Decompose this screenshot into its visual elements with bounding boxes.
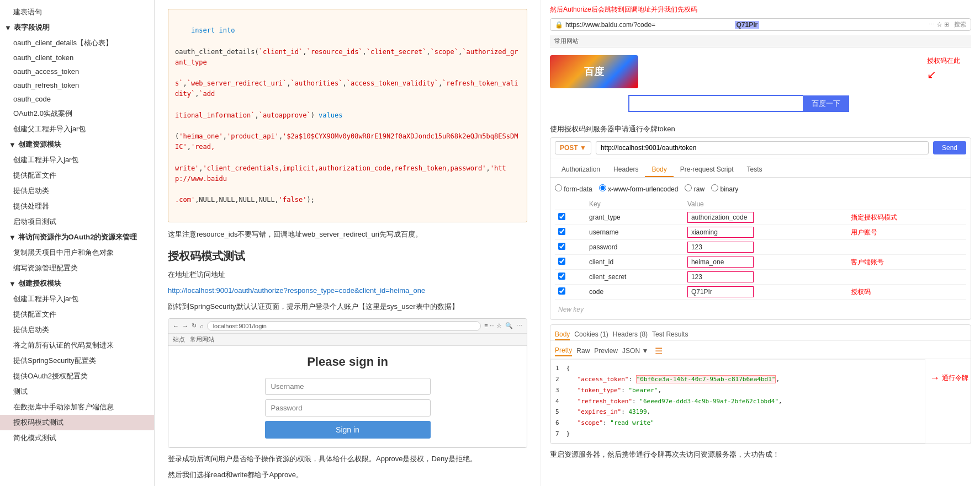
resp-tab-test-results[interactable]: Test Results: [652, 329, 688, 340]
sidebar: 建表语句 ▼ 表字段说明 oauth_client_details【核心表】 o…: [0, 0, 155, 486]
urlencoded-option[interactable]: x-www-form-urlencoded: [599, 184, 679, 193]
sidebar-group-ziyuan[interactable]: ▼ 创建资源模块: [0, 137, 154, 152]
username-input[interactable]: [265, 378, 431, 395]
sidebar-item-oauth-code[interactable]: oauth_code: [0, 92, 154, 106]
body-type-row: form-data x-www-form-urlencoded raw bina…: [550, 182, 971, 195]
format-icon: ☰: [655, 346, 663, 356]
signin-box: Please sign in Sign in: [265, 355, 431, 439]
home-icon: ⌂: [200, 323, 204, 329]
password-input[interactable]: [265, 399, 431, 416]
postman-url-input[interactable]: [596, 141, 929, 154]
tab-headers[interactable]: Headers: [607, 163, 645, 177]
sidebar-item-shouquan-moshi-ceshi[interactable]: 授权码模式测试: [0, 415, 154, 430]
http-method[interactable]: POST ▼: [555, 141, 591, 154]
table-row: username xiaoming 用户账号: [555, 225, 966, 240]
row-checkbox[interactable]: [558, 258, 565, 265]
sidebar-item-tigong-oauth2[interactable]: 提供OAuth2授权配置类: [0, 368, 154, 384]
login-browser-content: Please sign in Sign in: [168, 346, 527, 447]
sidebar-item-shouquan-jar[interactable]: 创建工程并导入jar包: [0, 291, 154, 307]
json-response-area: 1 { 2 "access_token": "0bf6ce3a-146f-40c…: [550, 359, 971, 444]
json-line-4: 4 "refresh_token": "6eeed97e-ddd3-4c9b-9…: [555, 396, 920, 407]
postman-kv-table: Key Value grant_type authorization_code …: [555, 199, 966, 300]
binary-radio[interactable]: [711, 184, 718, 191]
sidebar-item-tigong-spring[interactable]: 提供SpringSecurity配置类: [0, 353, 154, 368]
row-checkbox[interactable]: [558, 228, 565, 235]
sidebar-item-tigong-chuliqqi[interactable]: 提供处理器: [0, 199, 154, 214]
sidebar-item-oauth2-shizhan[interactable]: OAuth2.0实战案例: [0, 106, 154, 121]
login-bookmarks-bar: 站点 常用网站: [168, 334, 527, 346]
sidebar-item-ceshi[interactable]: 测试: [0, 384, 154, 399]
urlencoded-radio[interactable]: [599, 184, 606, 191]
row-checkbox[interactable]: [558, 273, 565, 280]
response-tabs: Body Cookies (1) Headers (8) Test Result…: [550, 329, 971, 341]
bottom-notice: 重启资源服务器，然后携带通行令牌再次去访问资源服务器，大功告成！: [550, 450, 971, 460]
postman-kv-area: Key Value grant_type authorization_code …: [550, 199, 971, 319]
sidebar-item-bianji-ziyuan[interactable]: 编写资源管理配置类: [0, 260, 154, 276]
sidebar-item-ziyuan-jar[interactable]: 创建工程并导入jar包: [0, 152, 154, 168]
view-preview[interactable]: Preview: [594, 346, 618, 356]
sidebar-item-tigong-qidong[interactable]: 提供启动类: [0, 183, 154, 199]
row-checkbox[interactable]: [558, 243, 565, 250]
tab-body[interactable]: Body: [645, 163, 673, 177]
refresh-icon: ↻: [192, 322, 197, 329]
menu-dots-icon: ≡ ··· ☆: [484, 322, 502, 329]
json-line-1: 1 {: [555, 363, 920, 374]
baidu-search-button[interactable]: 百度一下: [803, 95, 849, 112]
oauth-authorize-link[interactable]: http://localhost:9001/oauth/authorize?re…: [168, 286, 425, 295]
sidebar-item-tigong-qidong2[interactable]: 提供启动类: [0, 322, 154, 338]
sidebar-item-jianhua-moshi[interactable]: 简化模式测试: [0, 430, 154, 446]
sidebar-item-jiang-zhiqian[interactable]: 将之前所有认证的代码复制进来: [0, 338, 154, 353]
view-raw[interactable]: Raw: [576, 346, 590, 356]
sidebar-group-shouquan[interactable]: ▼ 创建授权模块: [0, 276, 154, 291]
new-key-row[interactable]: New key: [555, 304, 966, 315]
sidebar-item-jianbiao-yuju[interactable]: 建表语句: [0, 4, 154, 20]
login-url-bar[interactable]: localhost:9001/login: [207, 321, 481, 331]
sidebar-group-biaozi-shuoming[interactable]: ▼ 表字段说明: [0, 20, 154, 35]
binary-option[interactable]: binary: [711, 184, 738, 193]
json-line-5: 5 "expires_in": 43199,: [555, 407, 920, 418]
row-checkbox[interactable]: [558, 287, 565, 295]
sidebar-item-oauth-client-token[interactable]: oauth_client_token: [0, 51, 154, 65]
sidebar-group-jiyuan[interactable]: ▼ 将访问资源作为OAuth2的资源来管理: [0, 229, 154, 245]
baidu-search-input[interactable]: [628, 95, 803, 112]
sidebar-item-chuangjian-fuproject[interactable]: 创建父工程并导入jar包: [0, 121, 154, 137]
row-checkbox[interactable]: [558, 213, 565, 220]
row-key: client_id: [586, 255, 684, 270]
sidebar-item-tigong-peizhi2[interactable]: 提供配置文件: [0, 307, 154, 322]
tab-prerequest[interactable]: Pre-request Script: [674, 163, 740, 177]
sidebar-item-fuzhi[interactable]: 复制黑天项目中用户和角色对象: [0, 245, 154, 260]
right-header-note: 然后Authorize后会跳转到回调地址并升我们先权码: [550, 4, 971, 15]
send-button[interactable]: Send: [933, 141, 966, 154]
row-value-cell: authorization_code: [684, 210, 847, 225]
row-key: code: [586, 285, 684, 300]
sidebar-item-qidong-ceshi[interactable]: 启动项目测试: [0, 214, 154, 229]
form-data-radio[interactable]: [555, 184, 562, 191]
resp-tab-cookies[interactable]: Cookies (1): [574, 329, 608, 340]
tab-authorization[interactable]: Authorization: [555, 163, 607, 177]
back-icon: ←: [173, 323, 179, 329]
sidebar-item-oauth-client-details[interactable]: oauth_client_details【核心表】: [0, 35, 154, 51]
intro-text: 在地址栏访问地址: [168, 269, 527, 281]
sidebar-item-oauth-refresh-token[interactable]: oauth_refresh_token: [0, 78, 154, 92]
form-data-option[interactable]: form-data: [555, 184, 592, 193]
raw-option[interactable]: raw: [685, 184, 704, 193]
row-value: 123: [687, 271, 754, 282]
resp-tab-headers[interactable]: Headers (8): [613, 329, 648, 340]
row-annotation: [847, 270, 966, 285]
sidebar-item-oauth-access-token[interactable]: oauth_access_token: [0, 65, 154, 78]
row-value: Q71PIr: [687, 286, 754, 297]
sidebar-item-zai-shujuku[interactable]: 在数据库中手动添加客户端信息: [0, 399, 154, 415]
main-content-area: insert into oauth_client_details(`client…: [155, 0, 541, 486]
resp-tab-body[interactable]: Body: [555, 329, 570, 340]
right-panel: 然后Authorize后会跳转到回调地址并升我们先权码 🔒 https://ww…: [541, 0, 980, 486]
section-title: 授权码模式测试: [168, 249, 527, 264]
raw-radio[interactable]: [685, 184, 692, 191]
signin-button[interactable]: Sign in: [265, 421, 431, 439]
tab-tests[interactable]: Tests: [740, 163, 769, 177]
row-checkbox-cell: [555, 225, 586, 240]
link-line[interactable]: http://localhost:9001/oauth/authorize?re…: [168, 285, 527, 297]
row-checkbox-cell: [555, 270, 586, 285]
view-json[interactable]: JSON ▼: [622, 346, 648, 356]
sidebar-item-tigong-peizhi[interactable]: 提供配置文件: [0, 168, 154, 183]
view-pretty[interactable]: Pretty: [555, 345, 572, 356]
